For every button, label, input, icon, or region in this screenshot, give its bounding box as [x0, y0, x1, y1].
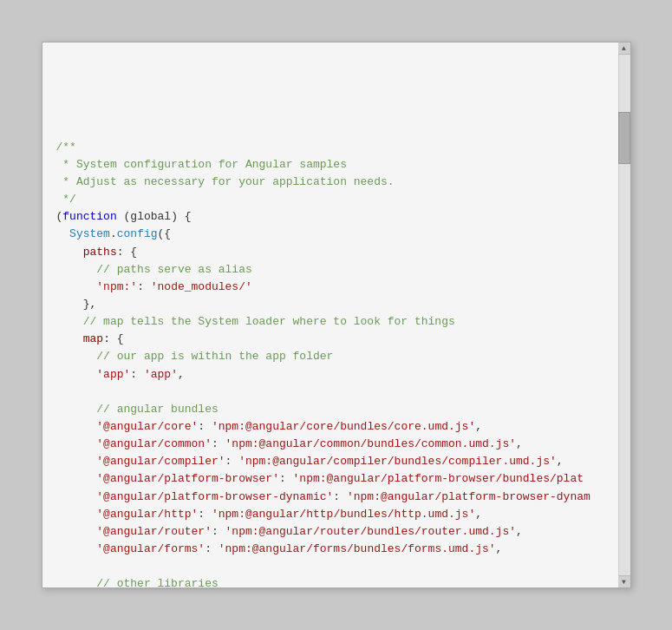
scrollbar-arrow-up[interactable]: ▲ [618, 43, 630, 55]
editor-window: /** * System configuration for Angular s… [42, 42, 631, 588]
scrollbar-track[interactable]: ▲ ▼ [618, 43, 630, 587]
code-content: /** * System configuration for Angular s… [42, 43, 630, 588]
scrollbar-arrow-down[interactable]: ▼ [618, 575, 630, 587]
scrollbar-thumb[interactable] [618, 112, 630, 164]
